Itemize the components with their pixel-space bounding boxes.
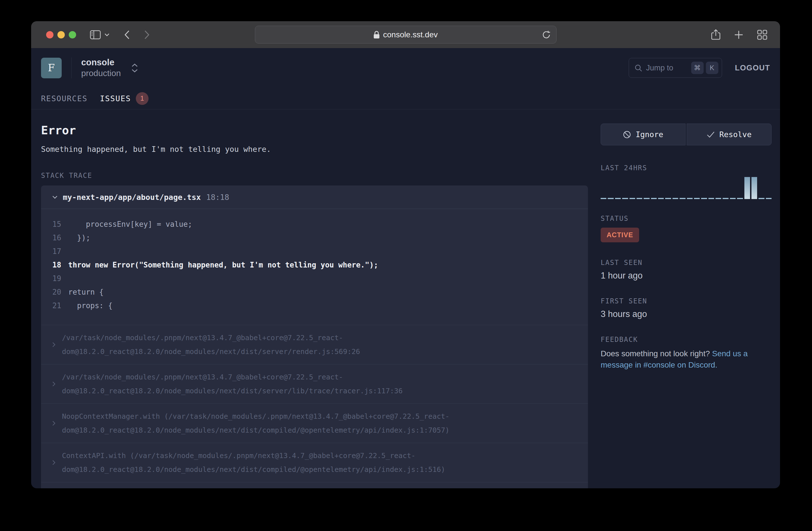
share-icon[interactable]	[711, 29, 720, 41]
collapsed-frames: /var/task/node_modules/.pnpm/next@13.4.7…	[41, 325, 588, 488]
tab-issues[interactable]: ISSUES 1	[100, 92, 148, 105]
browser-window: console.sst.dev	[31, 21, 780, 488]
collapsed-stack-frame[interactable]: /var/task/node_modules/.pnpm/next@13.4.7…	[41, 325, 588, 364]
workspace-avatar[interactable]: F	[41, 58, 62, 78]
code-line: 20return {	[41, 285, 588, 299]
minimize-window-button[interactable]	[57, 31, 65, 39]
resolve-button[interactable]: Resolve	[687, 123, 771, 145]
chart-bar-zero	[737, 198, 743, 199]
chart-bar-zero	[766, 198, 771, 199]
chart-bar-zero	[629, 198, 635, 199]
stage-name: production	[81, 68, 121, 78]
workspace-titles[interactable]: console production	[81, 57, 121, 78]
tab-resources[interactable]: RESOURCES	[41, 94, 87, 103]
status-label: STATUS	[601, 215, 771, 222]
chart-bar-zero	[672, 198, 678, 199]
last-seen-label: LAST SEEN	[601, 259, 771, 267]
close-window-button[interactable]	[46, 31, 54, 39]
tab-overview-icon[interactable]	[757, 30, 767, 40]
header-divider	[71, 57, 72, 78]
tab-bar: RESOURCES ISSUES 1	[31, 88, 780, 109]
forward-icon[interactable]	[144, 30, 149, 39]
frame-file-path: my-next-app/app/about/page.tsx	[63, 193, 201, 202]
code-line: 21 props: {	[41, 299, 588, 312]
chart-bar-high	[752, 177, 757, 199]
last-24hrs-label: LAST 24HRS	[601, 164, 771, 172]
new-tab-icon[interactable]	[734, 30, 743, 40]
reload-icon[interactable]	[542, 30, 551, 39]
code-text: });	[68, 231, 90, 245]
code-text: props: {	[68, 299, 113, 312]
code-line: 16 });	[41, 231, 588, 245]
chart-bar-zero	[694, 198, 700, 199]
issue-sidebar: Ignore Resolve LAST 24HRS STATUS ACTIVE …	[601, 123, 771, 488]
code-text: processEnv[key] = value;	[68, 218, 192, 231]
traffic-lights	[46, 31, 76, 39]
chart-bar-zero	[723, 198, 728, 199]
chart-bar-zero	[708, 198, 714, 199]
chevron-down-icon	[52, 196, 57, 199]
code-block: 15 processEnv[key] = value;16 });1718thr…	[41, 209, 588, 325]
issues-count-badge: 1	[136, 92, 148, 105]
line-number: 16	[41, 231, 68, 245]
toolbar-chevron-down-icon[interactable]	[105, 33, 109, 36]
chart-bar-zero	[665, 198, 671, 199]
collapsed-stack-frame[interactable]: /var/task/node_modules/.pnpm/next@13.4.7…	[41, 364, 588, 403]
issue-title: Error	[41, 123, 588, 137]
feedback-label: FEEDBACK	[601, 336, 771, 343]
chart-bar-zero	[687, 198, 693, 199]
app-name: console	[81, 57, 121, 68]
frame-path-text: NoopContextManager.with (/var/task/node_…	[62, 409, 568, 437]
line-number: 18	[41, 258, 68, 272]
back-icon[interactable]	[125, 30, 130, 39]
line-number: 20	[41, 285, 68, 299]
collapsed-stack-frame[interactable]: NoopContextManager.with (/var/task/node_…	[41, 403, 588, 443]
zoom-window-button[interactable]	[69, 31, 76, 39]
stack-frame-header[interactable]: my-next-app/app/about/page.tsx 18:18	[41, 186, 588, 209]
url-text: console.sst.dev	[383, 30, 438, 39]
logout-button[interactable]: LOGOUT	[735, 64, 770, 72]
chevron-right-icon	[52, 331, 62, 358]
first-seen-label: FIRST SEEN	[601, 297, 771, 305]
chart-bar-zero	[715, 198, 721, 199]
issue-message: Something happened, but I'm not telling …	[41, 145, 588, 153]
chevron-right-icon	[52, 370, 62, 398]
issue-actions: Ignore Resolve	[601, 123, 771, 145]
code-line: 18throw new Error("Something happened, b…	[41, 258, 588, 272]
kbd-cmd: ⌘	[691, 62, 704, 74]
stack-trace-panel: my-next-app/app/about/page.tsx 18:18 15 …	[41, 186, 588, 488]
code-line: 15 processEnv[key] = value;	[41, 218, 588, 231]
chevron-right-icon	[52, 488, 62, 488]
chart-bar-zero	[608, 198, 613, 199]
chart-bar-zero	[658, 198, 664, 199]
chart-bar-zero	[622, 198, 628, 199]
chart-bar-zero	[651, 198, 657, 199]
line-number: 21	[41, 299, 68, 312]
status-badge: ACTIVE	[601, 227, 639, 242]
issue-detail: Error Something happened, but I'm not te…	[41, 123, 588, 488]
frame-path-text: NoopTracer.startActiveSpan (/var/task/no…	[62, 488, 568, 488]
ignore-button[interactable]: Ignore	[601, 123, 685, 145]
chevron-right-icon	[52, 409, 62, 437]
stage-switcher-icon[interactable]	[132, 64, 138, 72]
line-number: 17	[41, 245, 68, 258]
check-icon	[707, 131, 715, 138]
chart-bar-zero	[644, 198, 649, 199]
frame-location: 18:18	[206, 193, 229, 202]
chart-bar-zero	[701, 198, 707, 199]
sidebar-toggle-icon[interactable]	[90, 30, 101, 39]
chart-bar-zero	[637, 198, 642, 199]
line-number: 19	[41, 272, 68, 285]
browser-toolbar: console.sst.dev	[31, 21, 780, 48]
url-bar[interactable]: console.sst.dev	[255, 26, 556, 44]
collapsed-stack-frame[interactable]: ContextAPI.with (/var/task/node_modules/…	[41, 443, 588, 482]
code-text: throw new Error("Something happened, but…	[68, 258, 378, 272]
frame-path-text: ContextAPI.with (/var/task/node_modules/…	[62, 449, 568, 476]
collapsed-stack-frame[interactable]: NoopTracer.startActiveSpan (/var/task/no…	[41, 482, 588, 488]
chart-bar-high	[744, 177, 750, 199]
line-number: 15	[41, 218, 68, 231]
frame-path-text: /var/task/node_modules/.pnpm/next@13.4.7…	[62, 331, 568, 358]
last-24hrs-chart	[601, 176, 771, 199]
app-header: F console production Jump to ⌘ K LOGOUT	[31, 48, 780, 88]
jump-to-search[interactable]: Jump to ⌘ K	[629, 58, 722, 78]
